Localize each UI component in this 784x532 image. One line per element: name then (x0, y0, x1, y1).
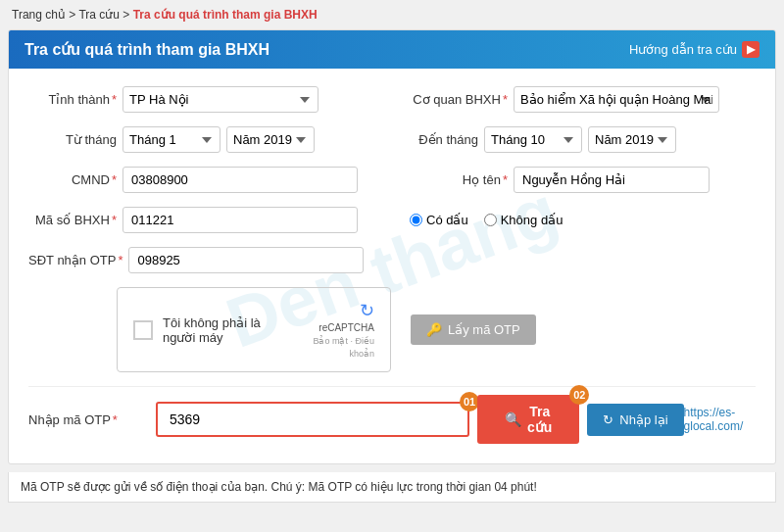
search-icon: 🔍 (505, 411, 521, 427)
lay-ma-otp-button[interactable]: 🔑 Lấy mã OTP (411, 314, 536, 345)
group-dau: Có dấu Không dấu (400, 213, 756, 227)
label-otp: Nhập mã OTP* (28, 412, 118, 427)
row-captcha: Tôi không phải là người máy ↻ reCAPTCHA … (28, 287, 756, 372)
radio-group-dau: Có dấu Không dấu (410, 213, 563, 227)
label-cmnd: CMND* (28, 172, 117, 187)
row-sdt: SĐT nhận OTP* (28, 247, 756, 273)
label-co-dau: Có dấu (426, 213, 468, 227)
tra-cuu-button[interactable]: 🔍 Tra cứu (477, 395, 579, 444)
guide-label: Hướng dẫn tra cứu (629, 42, 737, 57)
panel-title: Tra cứu quá trình tham gia BHXH (24, 40, 270, 59)
captcha-branding: ↻ reCAPTCHA Bảo mật · Điều khoản (303, 300, 374, 360)
group-den-thang: Đến tháng Tháng 1Tháng 2Tháng 3 Tháng 4T… (400, 126, 756, 153)
group-mabhxh: Mã số BHXH* (28, 207, 384, 233)
breadcrumb: Trang chủ > Tra cứu > Tra cứu quá trình … (0, 0, 784, 29)
breadcrumb-current: Tra cứu quá trình tham gia BHXH (133, 8, 318, 22)
row-cmnd-hoten: CMND* Họ tên* (28, 167, 756, 193)
select-den-thang[interactable]: Tháng 1Tháng 2Tháng 3 Tháng 4Tháng 5Thán… (484, 126, 582, 153)
guide-link[interactable]: Hướng dẫn tra cứu ▶ (629, 41, 760, 58)
footer-note: Mã OTP sẽ được gửi về số điện thoại của … (8, 472, 776, 503)
guide-icon: ▶ (742, 41, 760, 58)
main-panel: Tra cứu quá trình tham gia BHXH Hướng dẫ… (8, 29, 776, 464)
otp-input-wrapper: 01 (156, 402, 469, 437)
label-tu-thang: Từ tháng (28, 132, 117, 147)
input-cmnd[interactable] (122, 167, 358, 193)
key-icon: 🔑 (426, 322, 442, 337)
panel-header: Tra cứu quá trình tham gia BHXH Hướng dẫ… (9, 30, 775, 69)
group-sdt: SĐT nhận OTP* (28, 247, 756, 273)
label-mabhxh: Mã số BHXH* (28, 213, 117, 227)
label-hoten: Họ tên* (400, 172, 508, 187)
group-coquan: Cơ quan BHXH* Bảo hiểm Xã hội quận Hoàng… (400, 86, 756, 113)
row-thang: Từ tháng Tháng 1 Tháng 2Tháng 3Tháng 4 T… (28, 126, 756, 153)
breadcrumb-lookup[interactable]: Tra cứu (78, 8, 120, 22)
label-coquan: Cơ quan BHXH* (400, 92, 508, 107)
radio-khong-dau[interactable]: Không dấu (484, 213, 564, 227)
captcha-checkbox[interactable] (133, 320, 153, 340)
group-hoten: Họ tên* (400, 167, 756, 193)
label-tinh: Tỉnh thành* (28, 92, 117, 107)
label-khong-dau: Không dấu (501, 213, 564, 227)
group-tinh: Tỉnh thành* TP Hà Nội (28, 86, 384, 113)
select-den-nam[interactable]: Năm 2018Năm 2019Năm 2020 (588, 126, 676, 153)
select-coquan[interactable]: Bảo hiểm Xã hội quận Hoàng Mai (514, 86, 719, 113)
website-link[interactable]: https://es-glocal.com/ (684, 406, 756, 433)
label-sdt: SĐT nhận OTP* (28, 253, 122, 267)
group-cmnd: CMND* (28, 167, 384, 193)
select-tu-thang[interactable]: Tháng 1 Tháng 2Tháng 3Tháng 4 Tháng 5Thá… (122, 126, 220, 153)
input-otp[interactable] (156, 402, 469, 437)
captcha-label: Tôi không phải là người máy (163, 315, 293, 345)
input-mabhxh[interactable] (122, 207, 358, 233)
select-tu-nam[interactable]: Năm 2018Năm 2019Năm 2020 (226, 126, 315, 153)
nhap-lai-button[interactable]: ↻ Nhập lại (587, 404, 683, 436)
row-otp: Nhập mã OTP* 01 🔍 Tra cứu 02 ↻ Nhập lại … (28, 386, 756, 452)
breadcrumb-home[interactable]: Trang chủ (12, 8, 66, 22)
row-tinh-coquan: Tỉnh thành* TP Hà Nội Cơ quan BHXH* Bảo … (28, 86, 756, 113)
input-sdt[interactable] (128, 247, 364, 273)
refresh-icon: ↻ (603, 412, 613, 427)
label-den-thang: Đến tháng (400, 132, 478, 147)
row-mabhxh: Mã số BHXH* Có dấu Không dấu (28, 207, 756, 233)
captcha-box[interactable]: Tôi không phải là người máy ↻ reCAPTCHA … (117, 287, 391, 372)
tra-cuu-badge: 02 (569, 385, 589, 405)
otp-label-wrapper: Nhập mã OTP* (28, 412, 156, 427)
tra-cuu-wrapper: 🔍 Tra cứu 02 (469, 395, 579, 444)
group-tu-thang: Từ tháng Tháng 1 Tháng 2Tháng 3Tháng 4 T… (28, 126, 384, 153)
input-hoten[interactable] (514, 167, 710, 193)
radio-co-dau[interactable]: Có dấu (410, 213, 468, 227)
select-tinh[interactable]: TP Hà Nội (122, 86, 318, 113)
form-area: Den thang Tỉnh thành* TP Hà Nội Cơ quan … (9, 69, 775, 463)
